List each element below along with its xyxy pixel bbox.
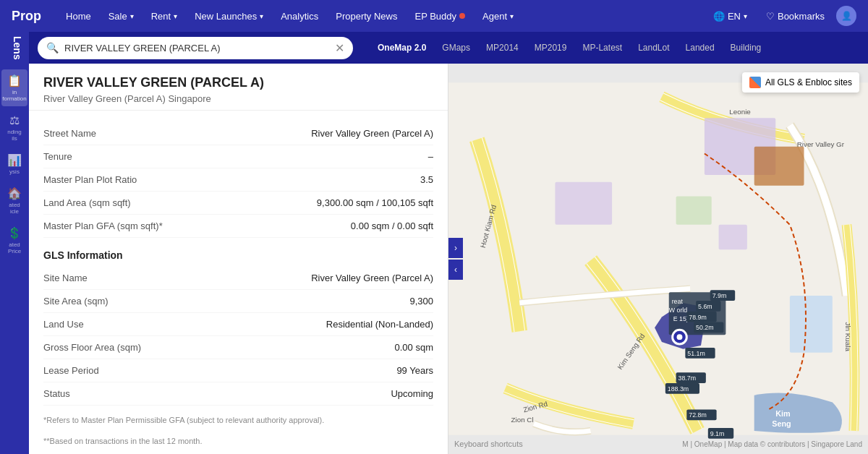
value-status: Upcoming xyxy=(188,388,433,399)
svg-text:50.2m: 50.2m xyxy=(696,324,714,331)
binding-label: ndingils xyxy=(7,129,22,142)
nav-rent[interactable]: Rent ▾ xyxy=(144,8,184,25)
sidebar-icon-analysis[interactable]: 📊 ysis xyxy=(1,149,27,179)
label-land-use: Land Use xyxy=(43,319,188,330)
nav-sale[interactable]: Sale ▾ xyxy=(101,8,141,25)
svg-text:Seng: Seng xyxy=(772,419,791,428)
lens-logo: Lens xyxy=(0,32,29,64)
search-input[interactable] xyxy=(64,43,329,53)
value-land-use: Residential (Non-Landed) xyxy=(188,319,433,330)
value-land-area: 9,300.00 sqm / 100,105 sqft xyxy=(188,197,433,208)
keyboard-hint-text: Keyboard shortcuts xyxy=(454,440,523,448)
main-content: 📋 information ⚖ ndingils 📊 ysis 🏠 atedic… xyxy=(0,64,868,454)
footnote-2: **Based on transactions in the last 12 m… xyxy=(43,435,433,447)
all-gls-badge[interactable]: All GLS & Enbloc sites xyxy=(742,72,859,93)
svg-rect-6 xyxy=(676,196,712,224)
site-logo[interactable]: Prop xyxy=(12,9,41,24)
value-site-area: 9,300 xyxy=(188,296,433,307)
label-plot-ratio: Master Plan Plot Ratio xyxy=(43,174,188,185)
value-site-name: River Valley Green (Parcel A) xyxy=(188,273,433,283)
detail-row-status: Status Upcoming xyxy=(43,382,433,406)
nav-agent[interactable]: Agent ▾ xyxy=(475,8,521,25)
nav-property-news[interactable]: Property News xyxy=(328,8,404,25)
map-credit: M | OneMap | Map data © contributors | S… xyxy=(682,440,862,448)
detail-row-land-area: Land Area (sqm sqft) 9,300.00 sqm / 100,… xyxy=(43,192,433,215)
search-icon: 🔍 xyxy=(46,42,59,53)
sidebar-icon-binding[interactable]: ⚖ ndingils xyxy=(1,109,27,146)
map-tab-mp2014[interactable]: MP2014 xyxy=(479,38,526,57)
svg-point-30 xyxy=(677,334,683,340)
svg-text:E 15): E 15) xyxy=(673,315,689,322)
label-site-name: Site Name xyxy=(43,273,188,283)
svg-text:River Valley Gr: River Valley Gr xyxy=(797,140,845,148)
sidebar-icon-related[interactable]: 🏠 atedicle xyxy=(1,182,27,219)
svg-text:Jln Kuala: Jln Kuala xyxy=(844,322,852,351)
nav-new-launches[interactable]: New Launches ▾ xyxy=(187,8,271,25)
lens-label: Lens xyxy=(12,36,23,60)
map-tab-building[interactable]: Building xyxy=(723,38,769,57)
map-tabs: OneMap 2.0 GMaps MP2014 MP2019 MP-Latest… xyxy=(362,38,868,57)
label-site-area: Site Area (sqm) xyxy=(43,296,188,307)
agent-chevron: ▾ xyxy=(510,12,514,20)
detail-row-street: Street Name River Valley Green (Parcel A… xyxy=(43,122,433,145)
detail-row-plot-ratio: Master Plan Plot Ratio 3.5 xyxy=(43,168,433,192)
detail-row-gfa: Master Plan GFA (sqm sqft)* 0.00 sqm / 0… xyxy=(43,215,433,238)
map-credit-text: M | OneMap | Map data © contributors | S… xyxy=(682,440,862,448)
svg-text:188.3m: 188.3m xyxy=(668,385,689,393)
svg-text:51.1m: 51.1m xyxy=(687,350,705,357)
svg-rect-2 xyxy=(754,147,804,186)
info-icon: 📋 xyxy=(7,74,22,87)
value-tenure: – xyxy=(188,151,433,162)
sidebar-icons: 📋 information ⚖ ndingils 📊 ysis 🏠 atedic… xyxy=(0,64,29,454)
nav-ep-buddy[interactable]: EP Buddy xyxy=(407,8,472,25)
nav-bookmarks[interactable]: ♡ Bookmarks xyxy=(766,11,825,22)
value-gfa: 0.00 sqm / 0.00 sqft xyxy=(188,220,433,231)
value-street: River Valley Green (Parcel A) xyxy=(188,128,433,139)
analysis-label: ysis xyxy=(9,168,20,175)
search-bar: 🔍 ✕ xyxy=(38,37,353,59)
svg-text:W orld: W orld xyxy=(669,307,688,314)
sidebar-icon-price[interactable]: 💲 atedPrice xyxy=(1,222,27,259)
map-tab-gmaps[interactable]: GMaps xyxy=(435,38,477,57)
map-tab-landed[interactable]: Landed xyxy=(678,38,722,57)
map-tab-mp2019[interactable]: MP2019 xyxy=(527,38,574,57)
label-gfa: Master Plan GFA (sqm sqft)* xyxy=(43,220,188,231)
nav-analytics[interactable]: Analytics xyxy=(273,8,326,25)
sidebar-icon-information[interactable]: 📋 information xyxy=(1,69,27,106)
map-tab-onemap[interactable]: OneMap 2.0 xyxy=(370,38,433,57)
map-tab-mp-latest[interactable]: MP-Latest xyxy=(575,38,629,57)
detail-title: RIVER VALLEY GREEN (PARCEL A) xyxy=(43,75,433,90)
binding-icon: ⚖ xyxy=(9,113,20,127)
value-plot-ratio: 3.5 xyxy=(188,174,433,185)
svg-rect-5 xyxy=(719,225,747,249)
value-gross-floor: 0.00 sqm xyxy=(188,342,433,353)
detail-row-gross-floor: Gross Floor Area (sqm) 0.00 sqm xyxy=(43,336,433,359)
nav-home[interactable]: Home xyxy=(59,8,98,25)
label-tenure: Tenure xyxy=(43,151,188,162)
panel-collapse-btn[interactable]: ‹ xyxy=(448,260,463,280)
svg-text:Leonie: Leonie xyxy=(729,108,751,116)
detail-body[interactable]: Street Name River Valley Green (Parcel A… xyxy=(29,111,448,454)
svg-text:5.6m: 5.6m xyxy=(698,303,712,310)
label-street: Street Name xyxy=(43,128,188,139)
svg-text:9.1m: 9.1m xyxy=(710,430,725,437)
map-area[interactable]: › ‹ All GLS & Enbloc sites xyxy=(448,64,868,454)
clear-icon[interactable]: ✕ xyxy=(335,41,344,55)
rent-chevron: ▾ xyxy=(174,12,177,20)
label-gross-floor: Gross Floor Area (sqm) xyxy=(43,342,188,353)
bookmarks-label: Bookmarks xyxy=(778,11,825,22)
map-tab-landlot[interactable]: LandLot xyxy=(631,38,676,57)
svg-rect-4 xyxy=(790,296,833,353)
detail-row-land-use: Land Use Residential (Non-Landed) xyxy=(43,313,433,336)
nav-language[interactable]: 🌐 EN ▾ xyxy=(706,8,754,25)
detail-panel: RIVER VALLEY GREEN (PARCEL A) River Vall… xyxy=(29,64,448,454)
detail-row-tenure: Tenure – xyxy=(43,145,433,168)
user-avatar[interactable]: 👤 xyxy=(836,6,856,26)
svg-text:72.8m: 72.8m xyxy=(689,411,707,419)
new-launches-chevron: ▾ xyxy=(260,12,263,20)
sale-chevron: ▾ xyxy=(130,12,134,20)
label-status: Status xyxy=(43,388,188,399)
panel-expand-btn[interactable]: › xyxy=(448,238,463,258)
footnote-1: *Refers to Master Plan Permissible GFA (… xyxy=(43,414,433,427)
detail-row-site-name: Site Name River Valley Green (Parcel A) xyxy=(43,267,433,290)
